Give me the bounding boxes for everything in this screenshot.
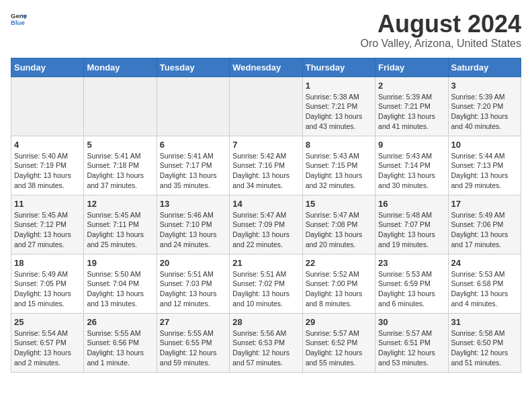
calendar-cell: 23Sunrise: 5:53 AM Sunset: 6:59 PM Dayli… bbox=[375, 254, 448, 313]
calendar-cell: 3Sunrise: 5:39 AM Sunset: 7:20 PM Daylig… bbox=[448, 77, 521, 136]
day-info: Sunrise: 5:39 AM Sunset: 7:20 PM Dayligh… bbox=[451, 92, 518, 132]
day-info: Sunrise: 5:47 AM Sunset: 7:08 PM Dayligh… bbox=[306, 210, 372, 250]
day-number: 20 bbox=[160, 258, 226, 268]
day-info: Sunrise: 5:54 AM Sunset: 6:57 PM Dayligh… bbox=[14, 328, 81, 368]
calendar-cell: 22Sunrise: 5:52 AM Sunset: 7:00 PM Dayli… bbox=[302, 254, 375, 313]
day-number: 22 bbox=[306, 258, 372, 268]
day-info: Sunrise: 5:41 AM Sunset: 7:17 PM Dayligh… bbox=[160, 151, 226, 191]
day-info: Sunrise: 5:55 AM Sunset: 6:55 PM Dayligh… bbox=[160, 328, 226, 368]
day-info: Sunrise: 5:38 AM Sunset: 7:21 PM Dayligh… bbox=[306, 92, 372, 132]
day-info: Sunrise: 5:45 AM Sunset: 7:12 PM Dayligh… bbox=[14, 210, 81, 250]
day-header-sunday: Sunday bbox=[11, 58, 84, 77]
calendar-cell: 17Sunrise: 5:49 AM Sunset: 7:06 PM Dayli… bbox=[448, 195, 521, 254]
day-header-monday: Monday bbox=[84, 58, 157, 77]
calendar-header-row: SundayMondayTuesdayWednesdayThursdayFrid… bbox=[11, 58, 521, 77]
calendar-cell: 6Sunrise: 5:41 AM Sunset: 7:17 PM Daylig… bbox=[157, 136, 229, 195]
day-info: Sunrise: 5:56 AM Sunset: 6:53 PM Dayligh… bbox=[232, 328, 299, 368]
day-info: Sunrise: 5:49 AM Sunset: 7:06 PM Dayligh… bbox=[451, 210, 518, 250]
day-info: Sunrise: 5:48 AM Sunset: 7:07 PM Dayligh… bbox=[378, 210, 445, 250]
calendar-cell: 20Sunrise: 5:51 AM Sunset: 7:03 PM Dayli… bbox=[157, 254, 229, 313]
day-number: 29 bbox=[306, 317, 372, 327]
calendar-week-row: 25Sunrise: 5:54 AM Sunset: 6:57 PM Dayli… bbox=[11, 313, 521, 372]
day-info: Sunrise: 5:41 AM Sunset: 7:18 PM Dayligh… bbox=[87, 151, 153, 191]
calendar-week-row: 11Sunrise: 5:45 AM Sunset: 7:12 PM Dayli… bbox=[11, 195, 521, 254]
calendar-cell: 16Sunrise: 5:48 AM Sunset: 7:07 PM Dayli… bbox=[375, 195, 448, 254]
calendar-cell: 1Sunrise: 5:38 AM Sunset: 7:21 PM Daylig… bbox=[302, 77, 375, 136]
calendar-cell: 30Sunrise: 5:57 AM Sunset: 6:51 PM Dayli… bbox=[375, 313, 448, 372]
calendar-table: SundayMondayTuesdayWednesdayThursdayFrid… bbox=[11, 58, 521, 373]
calendar-cell: 11Sunrise: 5:45 AM Sunset: 7:12 PM Dayli… bbox=[11, 195, 84, 254]
day-number: 25 bbox=[14, 317, 81, 327]
day-info: Sunrise: 5:53 AM Sunset: 6:58 PM Dayligh… bbox=[451, 269, 518, 309]
day-info: Sunrise: 5:58 AM Sunset: 6:50 PM Dayligh… bbox=[451, 328, 518, 368]
day-header-saturday: Saturday bbox=[448, 58, 521, 77]
day-number: 16 bbox=[378, 199, 445, 209]
day-info: Sunrise: 5:50 AM Sunset: 7:04 PM Dayligh… bbox=[87, 269, 153, 309]
day-number: 14 bbox=[232, 199, 299, 209]
day-info: Sunrise: 5:40 AM Sunset: 7:19 PM Dayligh… bbox=[14, 151, 81, 191]
logo: General Blue bbox=[11, 11, 27, 27]
day-number: 12 bbox=[87, 199, 153, 209]
day-number: 19 bbox=[87, 258, 153, 268]
calendar-cell: 7Sunrise: 5:42 AM Sunset: 7:16 PM Daylig… bbox=[230, 136, 302, 195]
logo-icon: General Blue bbox=[11, 11, 27, 27]
calendar-cell: 8Sunrise: 5:43 AM Sunset: 7:15 PM Daylig… bbox=[302, 136, 375, 195]
calendar-cell bbox=[230, 77, 302, 136]
calendar-week-row: 18Sunrise: 5:49 AM Sunset: 7:05 PM Dayli… bbox=[11, 254, 521, 313]
day-number: 15 bbox=[306, 199, 372, 209]
day-number: 21 bbox=[232, 258, 299, 268]
day-number: 5 bbox=[87, 140, 153, 150]
day-number: 23 bbox=[378, 258, 445, 268]
day-info: Sunrise: 5:51 AM Sunset: 7:02 PM Dayligh… bbox=[232, 269, 299, 309]
day-header-wednesday: Wednesday bbox=[230, 58, 302, 77]
day-info: Sunrise: 5:44 AM Sunset: 7:13 PM Dayligh… bbox=[451, 151, 518, 191]
calendar-cell: 21Sunrise: 5:51 AM Sunset: 7:02 PM Dayli… bbox=[230, 254, 302, 313]
calendar-cell: 29Sunrise: 5:57 AM Sunset: 6:52 PM Dayli… bbox=[302, 313, 375, 372]
calendar-cell: 14Sunrise: 5:47 AM Sunset: 7:09 PM Dayli… bbox=[230, 195, 302, 254]
day-number: 18 bbox=[14, 258, 81, 268]
day-number: 4 bbox=[14, 140, 81, 150]
calendar-cell: 19Sunrise: 5:50 AM Sunset: 7:04 PM Dayli… bbox=[84, 254, 157, 313]
day-number: 24 bbox=[451, 258, 518, 268]
calendar-cell: 18Sunrise: 5:49 AM Sunset: 7:05 PM Dayli… bbox=[11, 254, 84, 313]
calendar-cell: 26Sunrise: 5:55 AM Sunset: 6:56 PM Dayli… bbox=[84, 313, 157, 372]
day-info: Sunrise: 5:53 AM Sunset: 6:59 PM Dayligh… bbox=[378, 269, 445, 309]
day-number: 28 bbox=[232, 317, 299, 327]
day-info: Sunrise: 5:42 AM Sunset: 7:16 PM Dayligh… bbox=[232, 151, 299, 191]
day-info: Sunrise: 5:55 AM Sunset: 6:56 PM Dayligh… bbox=[87, 328, 153, 368]
day-number: 3 bbox=[451, 81, 518, 91]
day-number: 9 bbox=[378, 140, 445, 150]
day-info: Sunrise: 5:43 AM Sunset: 7:14 PM Dayligh… bbox=[378, 151, 445, 191]
day-info: Sunrise: 5:49 AM Sunset: 7:05 PM Dayligh… bbox=[14, 269, 81, 309]
calendar-cell: 28Sunrise: 5:56 AM Sunset: 6:53 PM Dayli… bbox=[230, 313, 302, 372]
day-number: 13 bbox=[160, 199, 226, 209]
day-info: Sunrise: 5:47 AM Sunset: 7:09 PM Dayligh… bbox=[232, 210, 299, 250]
calendar-cell: 15Sunrise: 5:47 AM Sunset: 7:08 PM Dayli… bbox=[302, 195, 375, 254]
calendar-cell: 27Sunrise: 5:55 AM Sunset: 6:55 PM Dayli… bbox=[157, 313, 229, 372]
day-number: 27 bbox=[160, 317, 226, 327]
day-number: 10 bbox=[451, 140, 518, 150]
calendar-week-row: 1Sunrise: 5:38 AM Sunset: 7:21 PM Daylig… bbox=[11, 77, 521, 136]
day-info: Sunrise: 5:46 AM Sunset: 7:10 PM Dayligh… bbox=[160, 210, 226, 250]
day-number: 31 bbox=[451, 317, 518, 327]
calendar-cell: 25Sunrise: 5:54 AM Sunset: 6:57 PM Dayli… bbox=[11, 313, 84, 372]
day-header-thursday: Thursday bbox=[302, 58, 375, 77]
day-number: 30 bbox=[378, 317, 445, 327]
day-info: Sunrise: 5:51 AM Sunset: 7:03 PM Dayligh… bbox=[160, 269, 226, 309]
calendar-cell: 12Sunrise: 5:45 AM Sunset: 7:11 PM Dayli… bbox=[84, 195, 157, 254]
header: General Blue August 2024 Oro Valley, Ari… bbox=[11, 11, 521, 50]
calendar-cell: 2Sunrise: 5:39 AM Sunset: 7:21 PM Daylig… bbox=[375, 77, 448, 136]
calendar-cell: 24Sunrise: 5:53 AM Sunset: 6:58 PM Dayli… bbox=[448, 254, 521, 313]
calendar-cell bbox=[157, 77, 229, 136]
day-number: 7 bbox=[232, 140, 299, 150]
day-info: Sunrise: 5:43 AM Sunset: 7:15 PM Dayligh… bbox=[306, 151, 372, 191]
day-number: 17 bbox=[451, 199, 518, 209]
day-header-friday: Friday bbox=[375, 58, 448, 77]
day-info: Sunrise: 5:57 AM Sunset: 6:52 PM Dayligh… bbox=[306, 328, 372, 368]
day-header-tuesday: Tuesday bbox=[157, 58, 229, 77]
calendar-cell: 9Sunrise: 5:43 AM Sunset: 7:14 PM Daylig… bbox=[375, 136, 448, 195]
calendar-cell: 10Sunrise: 5:44 AM Sunset: 7:13 PM Dayli… bbox=[448, 136, 521, 195]
day-number: 26 bbox=[87, 317, 153, 327]
day-number: 8 bbox=[306, 140, 372, 150]
calendar-cell bbox=[11, 77, 84, 136]
